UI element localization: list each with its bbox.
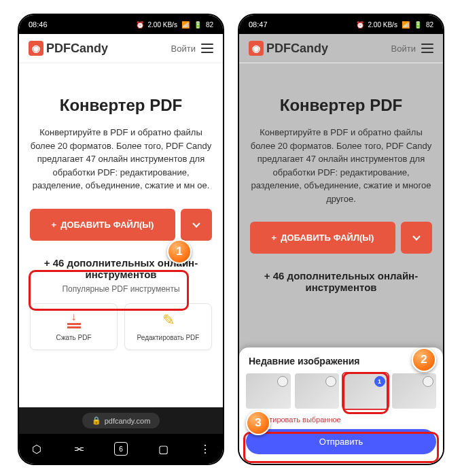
logo[interactable]: ◉ PDFCandy — [29, 41, 108, 56]
wifi-icon: 📶 — [181, 21, 190, 29]
plus-icon: + — [272, 233, 277, 243]
page-title: Конвертер PDF — [250, 96, 432, 115]
logo-text: PDFCandy — [266, 41, 328, 56]
tabs-count: 6 — [114, 442, 128, 456]
battery-icon: 🔋 — [414, 21, 422, 29]
add-file-dropdown-button[interactable] — [181, 209, 212, 241]
add-file-button[interactable]: + ДОБАВИТЬ ФАЙЛ(Ы) — [30, 209, 175, 241]
lock-icon: 🔒 — [92, 416, 101, 425]
page-title: Конвертер PDF — [30, 96, 212, 115]
app-header: ◉ PDFCandy Войти — [239, 34, 443, 63]
status-time: 08:47 — [249, 20, 268, 29]
picker-title: Недавние изображения — [246, 356, 436, 367]
plus-icon: + — [52, 220, 57, 230]
edit-icon — [159, 312, 178, 328]
tool-edit-label: Редактировать PDF — [137, 334, 200, 341]
tool-edit[interactable]: Редактировать PDF — [124, 303, 212, 350]
login-link[interactable]: Войти — [391, 44, 416, 54]
image-thumb[interactable] — [246, 373, 291, 409]
send-button[interactable]: Отправить — [246, 429, 436, 454]
header-actions: Войти — [171, 44, 213, 54]
add-file-label: ДОБАВИТЬ ФАЙЛ(Ы) — [60, 220, 154, 230]
logo[interactable]: ◉ PDFCandy — [249, 41, 328, 56]
image-thumb[interactable] — [392, 373, 437, 409]
header-actions: Войти — [391, 44, 433, 54]
chevron-down-icon — [412, 233, 420, 240]
add-file-dropdown-button[interactable] — [401, 222, 432, 254]
edit-selected-link[interactable]: Редактировать выбранное — [246, 415, 436, 424]
logo-text: PDFCandy — [46, 41, 108, 56]
compress-icon — [65, 312, 84, 328]
add-file-label: ДОБАВИТЬ ФАЙЛ(Ы) — [281, 233, 374, 243]
selection-badge: 1 — [375, 377, 385, 386]
login-link[interactable]: Войти — [171, 44, 196, 54]
alarm-icon: ⏰ — [136, 21, 144, 29]
browser-url-bar[interactable]: 🔒 pdfcandy.com — [19, 407, 223, 434]
callout-badge-3: 3 — [246, 411, 270, 435]
tabs-button[interactable]: 6 — [113, 441, 129, 457]
page-description: Конвертируйте в PDF и обратно файлы боле… — [30, 126, 212, 192]
callout-badge-2: 2 — [412, 347, 436, 372]
phone-screenshot-right: 08:47 ⏰ 2.00 KB/s 📶 🔋 82 ◉ PDFCandy Войт… — [238, 14, 444, 465]
battery-pct: 82 — [206, 21, 213, 29]
status-icons: ⏰ 2.00 KB/s 📶 🔋 82 — [136, 21, 213, 29]
tool-compress[interactable]: Сжать PDF — [30, 303, 118, 350]
add-file-row: + ДОБАВИТЬ ФАЙЛ(Ы) — [30, 209, 212, 241]
status-bar: 08:47 ⏰ 2.00 KB/s 📶 🔋 82 — [239, 15, 443, 34]
tool-compress-label: Сжать PDF — [56, 334, 91, 341]
add-file-row: + ДОБАВИТЬ ФАЙЛ(Ы) — [250, 222, 432, 254]
share-icon[interactable]: ⫘ — [71, 441, 87, 457]
main-content: Конвертер PDF Конвертируйте в PDF и обра… — [19, 63, 223, 407]
url-text: pdfcandy.com — [105, 417, 151, 425]
image-thumb-selected[interactable]: 1 — [343, 373, 388, 409]
bookmark-icon[interactable]: ▢ — [155, 441, 171, 457]
page-description: Конвертируйте в PDF и обратно файлы боле… — [250, 126, 432, 205]
callout-badge-1: 1 — [167, 239, 192, 264]
popular-tools-label: Популярные PDF инструменты — [30, 284, 212, 294]
net-speed: 2.00 KB/s — [148, 21, 177, 29]
hamburger-icon[interactable] — [421, 44, 433, 53]
add-file-button[interactable]: + ДОБАВИТЬ ФАЙЛ(Ы) — [250, 222, 395, 254]
chevron-down-icon — [192, 220, 200, 227]
phone-screenshot-left: 08:46 ⏰ 2.00 KB/s 📶 🔋 82 ◉ PDFCandy Войт… — [18, 14, 224, 465]
url-pill: 🔒 pdfcandy.com — [82, 413, 160, 428]
hamburger-icon[interactable] — [201, 44, 213, 53]
status-time: 08:46 — [29, 20, 48, 29]
image-thumb[interactable] — [295, 373, 340, 409]
image-thumbnails: 1 — [246, 373, 436, 409]
home-icon[interactable]: ⬡ — [29, 441, 45, 457]
battery-icon: 🔋 — [194, 21, 202, 29]
battery-pct: 82 — [426, 21, 433, 29]
logo-icon: ◉ — [249, 41, 264, 56]
tool-cards: Сжать PDF Редактировать PDF — [30, 303, 212, 350]
wifi-icon: 📶 — [402, 21, 410, 29]
status-icons: ⏰ 2.00 KB/s 📶 🔋 82 — [356, 21, 433, 29]
net-speed: 2.00 KB/s — [368, 21, 397, 29]
alarm-icon: ⏰ — [356, 21, 364, 29]
browser-nav-bar: ⬡ ⫘ 6 ▢ ⋮ — [19, 434, 223, 464]
status-bar: 08:46 ⏰ 2.00 KB/s 📶 🔋 82 — [19, 15, 223, 34]
extra-tools-title: + 46 дополнительных онлайн-инструментов — [250, 270, 432, 293]
app-header: ◉ PDFCandy Войти — [19, 34, 223, 63]
menu-dots-icon[interactable]: ⋮ — [197, 441, 213, 457]
logo-icon: ◉ — [29, 41, 43, 56]
